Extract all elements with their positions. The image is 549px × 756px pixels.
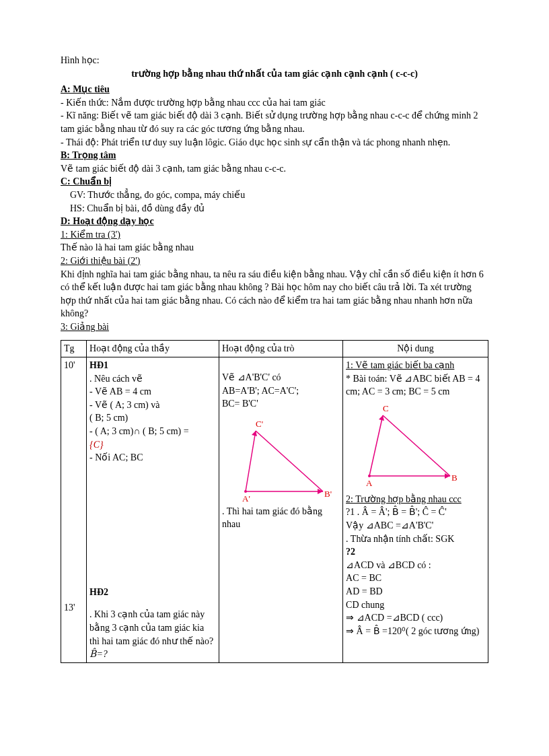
hd1-label: HĐ1 xyxy=(89,359,216,372)
cell-tro: Vẽ ⊿A'B'C' có AB=A'B'; AC=A'C'; BC= B'C'… xyxy=(219,357,342,663)
nd-q2d: CD chung xyxy=(346,598,485,612)
tro-l3: BC= B'C' xyxy=(222,397,340,411)
th-tro: Hoạt động của trò xyxy=(219,341,342,357)
nd-q1: ?1 . Â = Â'; B̂ = B̂'; Ĉ = Ĉ' xyxy=(346,506,485,519)
hd1-l5: - ( A; 3 cm)∩ ( B; 5 cm) = xyxy=(89,425,216,438)
section-d-item1-label: 1: Kiểm tra (3') xyxy=(61,228,488,242)
section-a-kienthuc: - Kiến thức: Nắm được trường hợp bằng nh… xyxy=(61,96,488,110)
subject-label: Hình học: xyxy=(61,54,488,67)
section-a-kinang: - Kĩ năng: Biết vẽ tam giác biết độ dài … xyxy=(61,109,488,135)
triangle-abc-icon: C A B xyxy=(346,399,467,493)
svg-text:A: A xyxy=(366,478,373,488)
svg-text:C: C xyxy=(383,403,389,413)
svg-line-2 xyxy=(256,431,323,491)
nd-q2: ?2 xyxy=(346,545,485,559)
svg-point-5 xyxy=(244,490,247,493)
lesson-table: Tg Hoạt động của thầy Hoạt động của trò … xyxy=(61,340,488,662)
hd1-l1: . Nêu cách vẽ xyxy=(89,372,216,386)
hd2-t1: . Khi 3 cạnh của tam giác này bằng 3 cạn… xyxy=(89,608,216,648)
hd1-l4: ( B; 5 cm) xyxy=(89,411,216,425)
section-d-label: D: Hoạt động dạy học xyxy=(61,215,488,228)
section-a-thaido: - Thái độ: Phát triển tư duy suy luận lô… xyxy=(61,136,488,149)
cell-tg: 10' 13' xyxy=(61,357,87,663)
section-a-label: A: Mục tiêu xyxy=(61,83,488,96)
hd1-l7: - Nối AC; BC xyxy=(89,451,216,465)
hd1-l3: - Vẽ ( A; 3 cm) và xyxy=(89,399,216,412)
nd-q1c: . Thừa nhận tính chất: SGK xyxy=(346,532,485,546)
tro-l1: Vẽ ⊿A'B'C' có xyxy=(222,371,340,384)
svg-text:B: B xyxy=(451,473,458,483)
nd-q2b: AC = BC xyxy=(346,572,485,585)
triangle-aprime-icon: C' A' B' xyxy=(222,411,336,505)
hd2-label: HĐ2 xyxy=(89,586,216,599)
tg-10: 10' xyxy=(64,359,83,372)
svg-text:B': B' xyxy=(324,489,332,499)
section-d-item2-label: 2: Giới thiệu bài (2') xyxy=(61,254,488,268)
section-b-content: Vẽ tam giác biết độ dài 3 cạnh, tam giác… xyxy=(61,162,488,176)
nd-q2c: AD = BD xyxy=(346,585,485,598)
nd-q2a: ⊿ACD và ⊿BCD có : xyxy=(346,559,485,572)
hd2-t2: B̂=? xyxy=(89,648,216,661)
hd1-l2: - Vẽ AB = 4 cm xyxy=(89,385,216,399)
svg-point-14 xyxy=(368,475,371,477)
nd-head1: 1: Vẽ tam giác biết ba cạnh xyxy=(346,359,485,372)
nd-head2: 2: Trường hợp bằng nhau ccc xyxy=(346,493,485,506)
th-tg: Tg xyxy=(61,341,87,357)
th-noidung: Nội dung xyxy=(343,341,488,357)
hd1-l6: {C} xyxy=(89,438,216,452)
svg-line-10 xyxy=(369,415,383,476)
tro-end: . Thì hai tam giác đó bằng nhau xyxy=(222,505,340,531)
tg-13: 13' xyxy=(64,601,83,615)
nd-text1: * Bài toán: Vẽ ⊿ABC biết AB = 4 cm; AC =… xyxy=(346,372,485,399)
svg-line-11 xyxy=(383,415,450,476)
svg-text:C': C' xyxy=(256,419,263,429)
section-d-item2-text: Khi định nghĩa hai tam giác bằng nhau, t… xyxy=(61,268,488,320)
section-c-label: C: Chuẩn bị xyxy=(61,175,488,188)
nd-q2e: ⇒ ⊿ACD =⊿BCD ( ccc) xyxy=(346,611,485,625)
svg-text:A': A' xyxy=(242,493,250,504)
th-thay: Hoạt động của thầy xyxy=(87,341,219,357)
section-d-item3-label: 3: Giảng bài xyxy=(61,320,488,334)
section-b-label: B: Trọng tâm xyxy=(61,149,488,162)
cell-noidung: 1: Vẽ tam giác biết ba cạnh * Bài toán: … xyxy=(343,357,488,663)
nd-q2f: ⇒ Â = B̂ =120⁰( 2 góc tương ứng) xyxy=(346,625,485,638)
tro-l2: AB=A'B'; AC=A'C'; xyxy=(222,384,340,398)
svg-line-1 xyxy=(246,431,256,491)
cell-thay: HĐ1 . Nêu cách vẽ - Vẽ AB = 4 cm - Vẽ ( … xyxy=(87,357,219,663)
section-c-gv: GV: Thước thẳng, đo góc, compa, máy chiế… xyxy=(70,188,488,202)
section-d-item1-text: Thế nào là hai tam giác bằng nhau xyxy=(61,241,488,254)
nd-q1b: Vậy ⊿ABC =⊿A'B'C' xyxy=(346,519,485,532)
section-c-hs: HS: Chuẩn bị bài, đồ dùng đầy đủ xyxy=(70,202,488,215)
page-title: trường hợp bằng nhau thứ nhất của tam gi… xyxy=(61,67,488,81)
